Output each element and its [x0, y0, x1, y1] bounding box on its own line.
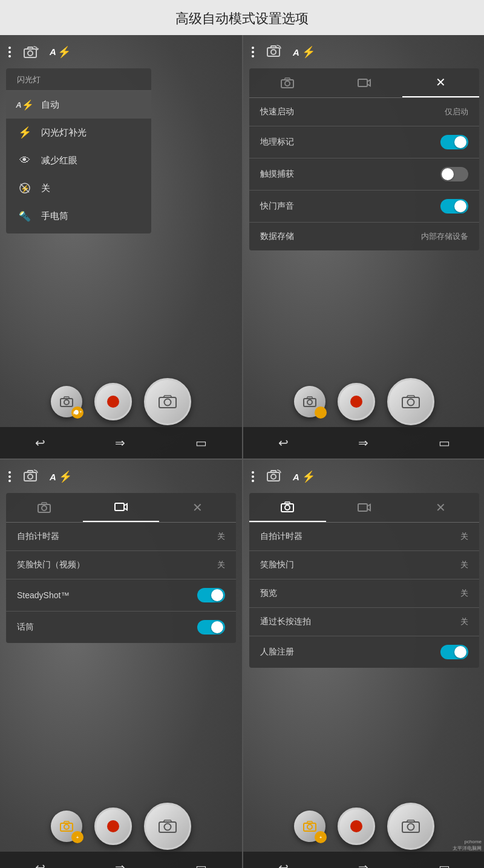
toggle-knob-face	[454, 646, 466, 658]
top-bar-1: A ⚡	[0, 35, 242, 68]
bottom-controls-1: i🅞⁺	[0, 378, 242, 425]
toggle-touch[interactable]	[440, 167, 468, 181]
camera-rotate-icon-2	[265, 44, 282, 57]
row-storage: 数据存储 内部存储设备	[249, 223, 479, 250]
mode-btn-3[interactable]: +	[51, 811, 82, 842]
toggle-steady-3[interactable]	[197, 588, 225, 602]
toggle-knob-steady	[211, 589, 223, 601]
flash-icon-4[interactable]: A ⚡	[293, 470, 315, 483]
row-smile-value-4: 关	[460, 560, 468, 570]
flash-dropdown: 闪光灯 A ⚡ 自动 ⚡ 闪光灯补光 👁 减少红眼	[6, 68, 151, 233]
forward-icon-4[interactable]: ⇒	[358, 860, 368, 868]
tab-settings-4[interactable]: ✕	[402, 493, 479, 522]
flash-icon-2[interactable]: A ⚡	[293, 45, 315, 59]
page-title: 高级自动模式设置选项	[0, 0, 484, 35]
tab-video-2[interactable]	[326, 68, 403, 97]
flash-auto-item[interactable]: A ⚡ 自动	[6, 91, 151, 119]
row-selftimer-value-4: 关	[460, 531, 468, 542]
shutter-btn-1[interactable]	[144, 378, 191, 425]
mode-icon	[22, 45, 39, 59]
svg-point-19	[28, 474, 33, 479]
mode-plus-label: i🅞⁺	[71, 406, 83, 419]
row-selftimer-label-3: 自拍计时器	[17, 531, 59, 542]
row-touch-capture: 触摸捕获	[249, 158, 479, 191]
shutter-btn-2[interactable]	[387, 378, 434, 425]
svg-point-26	[165, 824, 171, 830]
watermark: pchome太平洋电脑网	[453, 838, 482, 852]
flash-auto-label: 自动	[41, 99, 59, 111]
shutter-btn-4[interactable]	[387, 803, 434, 850]
nav-bar-1: ↩ ⇒ ▭	[0, 427, 242, 458]
record-btn-1[interactable]	[94, 383, 132, 420]
flash-fill-item[interactable]: ⚡ 闪光灯补光	[6, 119, 151, 146]
tab-camera-3[interactable]	[6, 493, 83, 522]
tab-settings-3[interactable]: ✕	[159, 493, 236, 522]
mode-btn-2[interactable]	[294, 386, 325, 417]
flash-auto-icon-item: A ⚡	[17, 97, 33, 113]
mode-icon-2	[265, 44, 282, 60]
toggle-knob-mic	[211, 621, 223, 633]
tab-camera-2[interactable]	[249, 68, 326, 97]
flash-off-item[interactable]: ⚡ 关	[6, 174, 151, 202]
svg-point-1	[28, 51, 33, 56]
menu-icon-3[interactable]	[8, 471, 11, 482]
tab-video-3[interactable]	[83, 493, 160, 522]
torch-icon: 🔦	[17, 208, 33, 224]
flash-off-icon: ⚡	[17, 180, 33, 196]
eye-icon: 👁	[17, 152, 33, 168]
torch-item[interactable]: 🔦 手电筒	[6, 202, 151, 230]
tab-video-4[interactable]	[326, 493, 403, 522]
home-icon-1[interactable]: ▭	[195, 436, 207, 450]
row-preview-value-4: 关	[460, 588, 468, 599]
home-icon-2[interactable]: ▭	[439, 436, 450, 450]
tab-camera-icon-2	[281, 77, 294, 88]
forward-icon-1[interactable]: ⇒	[115, 436, 125, 450]
forward-icon-2[interactable]: ⇒	[358, 436, 368, 450]
tab-camera-4[interactable]	[249, 493, 326, 522]
record-dot-4	[350, 820, 362, 832]
top-bar-4: A ⚡	[243, 460, 484, 493]
flash-icon-3[interactable]: A ⚡	[50, 470, 72, 483]
flash-redeye-item[interactable]: 👁 减少红眼	[6, 146, 151, 174]
home-icon-3[interactable]: ▭	[195, 860, 207, 868]
row-preview-label-4: 预览	[260, 588, 277, 599]
toggle-shutter[interactable]	[440, 199, 468, 214]
camera-icon-1	[60, 396, 73, 407]
row-steady-label-3: SteadyShot™	[17, 590, 69, 600]
record-btn-3[interactable]	[94, 808, 132, 845]
toggle-face-4[interactable]	[440, 645, 468, 659]
back-icon-2[interactable]: ↩	[278, 436, 289, 450]
back-icon-3[interactable]: ↩	[35, 860, 45, 868]
mode-btn-1[interactable]: i🅞⁺	[51, 386, 82, 417]
settings-tabs-4: ✕	[249, 493, 479, 523]
toggle-mic-3[interactable]	[197, 620, 225, 635]
svg-rect-13	[358, 79, 367, 86]
svg-point-6	[64, 400, 69, 405]
settings-panel-3: ✕ 自拍计时器 关 笑脸快门（视频） 关 SteadyShot™ 话筒	[6, 493, 236, 643]
tab-settings-2[interactable]: ✕	[402, 68, 479, 97]
record-btn-4[interactable]	[338, 808, 375, 845]
camera-icon-2b	[303, 396, 316, 407]
back-icon-1[interactable]: ↩	[35, 436, 45, 450]
mode-btn-4[interactable]: +	[294, 811, 325, 842]
flash-auto-icon[interactable]: A ⚡	[50, 45, 71, 59]
forward-icon-3[interactable]: ⇒	[115, 860, 125, 868]
record-btn-2[interactable]	[338, 383, 375, 420]
svg-point-28	[271, 474, 276, 479]
row-smile-value-3: 关	[217, 560, 225, 570]
flash-fill-label: 闪光灯补光	[41, 127, 87, 139]
row-mic-label-3: 话筒	[17, 622, 34, 633]
shutter-icon-2	[402, 394, 420, 409]
shutter-btn-3[interactable]	[144, 803, 191, 850]
toggle-knob-shutter	[454, 200, 466, 212]
row-preview-4: 预览 关	[249, 579, 479, 608]
menu-icon-4[interactable]	[252, 471, 254, 482]
menu-icon[interactable]	[8, 47, 11, 57]
menu-icon-2[interactable]	[252, 47, 254, 57]
home-icon-4[interactable]: ▭	[439, 860, 450, 868]
mode-plus-label-4: +	[315, 831, 327, 843]
top-bar-3: A ⚡	[0, 460, 242, 493]
back-icon-4[interactable]: ↩	[278, 860, 289, 868]
tab-camera-icon-4-active	[281, 501, 294, 512]
toggle-geotag[interactable]	[440, 135, 468, 149]
